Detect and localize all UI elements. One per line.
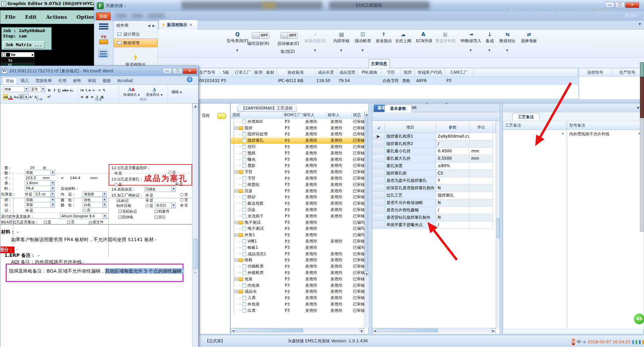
dropdown-caret-icon[interactable]: ▼ <box>362 49 364 52</box>
flow-row-终固化[interactable]: 终固化P3吴艳玲吴艳玲已审核 <box>231 182 364 188</box>
param-column-1[interactable]: 项目 <box>385 122 436 133</box>
ul-no-radio[interactable]: 否 <box>180 198 188 203</box>
font-size-combo[interactable]: 五号▼ <box>30 86 45 92</box>
flow-row-包装[interactable]: −包装P3吴艳玲吴艳玲已审核 <box>231 276 364 282</box>
paragraph-buttons-row1[interactable]: ⁝≡⒈≡⇤⇥¶ <box>79 86 106 93</box>
close-button[interactable]: ✕ <box>625 2 639 8</box>
flow-row-曝光[interactable]: 曝光P3吴艳玲吴艳玲已审核 <box>231 156 364 163</box>
scroll-thumb[interactable] <box>378 329 438 332</box>
ribbon-select-motherboard-button[interactable]: ⇄选择母板 <box>520 31 538 44</box>
scroll-up-icon[interactable]: ▲ <box>365 112 369 116</box>
surface-finish-combo[interactable]: 沉镍金▼ <box>144 186 176 192</box>
row-selector[interactable] <box>372 185 385 192</box>
row-selector[interactable] <box>372 148 385 155</box>
param-value[interactable]: 2a9y60dma0.cvia <box>436 133 470 140</box>
flow-row-成品仓[interactable]: −成品仓P3吴艳玲吴艳玲已审核 <box>231 289 364 295</box>
param-value[interactable]: N <box>436 199 470 207</box>
process-note-body[interactable] <box>503 130 567 329</box>
ribbon-reselect-cut-drawing-button[interactable]: ▦重选开料图 <box>435 31 455 44</box>
flow-tab-title[interactable]: 【2A9Y60DMA0】工艺流程 <box>237 105 297 112</box>
floating-badge[interactable]: 65 <box>634 314 644 324</box>
param-row-塞孔深度[interactable]: 塞孔深度≥80% <box>372 162 496 170</box>
word-tab-插入[interactable]: 插入 <box>18 77 32 84</box>
dropdown-caret-icon[interactable]: ▼ <box>314 49 316 52</box>
flow-row-阻焊塞孔[interactable]: 阻焊塞孔P3吴艳玲吴艳玲已审核 <box>231 137 364 144</box>
param-row-是否允许假性露铜[interactable]: 是否允许假性露铜/ <box>372 207 496 214</box>
ribbon-doc-upload-button[interactable]: ☁文控上网 <box>394 31 412 44</box>
scroll-left-icon[interactable]: ◀ <box>231 328 235 333</box>
flow-row-字符[interactable]: 字符P3吴艳玲吴艳玲已审核 <box>231 175 364 182</box>
flow-column-4[interactable]: 核审人 <box>326 112 352 119</box>
q12-yes-radio[interactable]: 是 <box>114 171 122 176</box>
comment-bubble-icon[interactable] <box>217 113 226 119</box>
sogou-ime-icon[interactable]: S <box>572 339 575 345</box>
flow-row-字符[interactable]: −字符P3吴艳玲吴艳玲已审核 <box>231 169 364 175</box>
scroll-right-icon[interactable]: ▶ <box>360 328 364 333</box>
ul-yes-radio[interactable]: 是 <box>146 198 153 203</box>
word-document[interactable]: 量： 10 块 数： 双面▼ 寸： 203.5 mm × 144.4 mm 厚：… <box>0 103 192 347</box>
job-matrix-button[interactable]: Job Matrix ... <box>3 41 45 49</box>
inner-combo[interactable]: 请选择▼ <box>83 191 107 197</box>
ribbon-internal-audit-button[interactable]: ▤内部审核 <box>332 31 351 44</box>
param-row-阻焊塞孔程序1[interactable]: ▶阻焊塞孔程序12a9y60dma0.cvia <box>372 133 496 140</box>
sidebar-item-data-manage[interactable]: 数据管理 <box>114 39 158 47</box>
ribbon-integrate-button[interactable]: ↓集成 <box>485 31 494 44</box>
flow-row-入库[interactable]: 入库P3吴艳玲吴艳玲已审核 <box>231 295 364 301</box>
flow-row-铣板1[interactable]: 铣板1P3吴艳玲已编写 <box>231 245 364 251</box>
q15-yes-radio[interactable]: 是 <box>146 193 153 198</box>
param-row-阻焊塞孔程序2[interactable]: 阻焊塞孔程序2/ <box>372 140 496 148</box>
column-header-4[interactable]: 板厚 <box>253 68 264 77</box>
param-value[interactable]: 0.4500 <box>436 148 470 155</box>
menu-edit[interactable]: Edit <box>25 14 37 20</box>
column-header-2[interactable]: S板 <box>220 68 232 77</box>
collapse-icon[interactable]: − <box>234 127 237 130</box>
collapse-icon[interactable]: − <box>234 221 237 224</box>
q15-no-radio[interactable]: 否 <box>180 192 188 197</box>
hamburger-icon[interactable] <box>99 23 108 30</box>
scroll-grip[interactable]: ≡ <box>193 271 198 274</box>
minimize-button[interactable]: — <box>163 68 172 74</box>
scroll-left-icon[interactable]: ◀ <box>372 328 377 333</box>
change-styles-button[interactable]: A̲ 更改样式 ▼ <box>144 86 165 97</box>
params-side-scrollbar[interactable] <box>496 121 500 329</box>
tray-icon-keyboard[interactable] <box>639 340 641 344</box>
flow-row-外观检查[interactable]: 外观检查P3吴艳玲吴艳玲已审核 <box>231 270 364 276</box>
flow-row-V槽1[interactable]: V槽1P3吴艳玲吴艳玲已审核 <box>231 238 364 245</box>
ribbon-model-query-button[interactable]: Q型号查询(F) <box>227 31 248 44</box>
flow-column-1[interactable]: 流程 <box>231 112 283 119</box>
q13-no-radio[interactable]: 否 <box>175 182 183 187</box>
word-tab-开始[interactable]: 开始 <box>2 77 17 84</box>
column-header-10[interactable]: 字符 <box>381 68 401 77</box>
copper-combo[interactable]: 1/1 oz▼ <box>34 191 55 197</box>
param-row-是否背钻孔阻焊塞孔制作[interactable]: 是否背钻孔阻焊塞孔制作N <box>372 214 496 221</box>
notes-collapse-bar[interactable]: ▼ <box>503 103 643 112</box>
chevron-down-icon[interactable]: ▼ <box>24 87 28 92</box>
params-horizontal-scrollbar[interactable]: ◀ ▶ <box>372 328 496 333</box>
row-selector[interactable] <box>372 221 385 229</box>
row-selector[interactable] <box>372 214 385 221</box>
collapse-icon[interactable]: − <box>234 233 237 236</box>
model-note-body[interactable]: 内外层线路不允许补线 <box>567 130 644 329</box>
tab-process-notes[interactable]: 工艺备注 <box>512 113 540 121</box>
ime-tools-icon[interactable]: ᠅ <box>583 340 586 344</box>
scroll-right-icon[interactable]: ▶ <box>491 328 496 333</box>
process-note-header[interactable]: 工艺备注 <box>503 121 567 130</box>
scroll-thumb[interactable] <box>365 117 368 271</box>
column-header-7[interactable]: 成品长度 <box>315 68 337 77</box>
editing-button[interactable]: 编辑 ▼ <box>171 89 182 94</box>
column-header-13[interactable]: CAM工厂 <box>445 68 473 77</box>
start-modify-toggle[interactable]: OFF <box>280 32 298 39</box>
splitter-grip[interactable]: ▲ ········ ▲ <box>426 101 448 105</box>
param-row-单面开窗不捞曝光点[interactable]: 单面开窗不捞曝光点/ <box>372 221 496 229</box>
silk-color-combo[interactable]: 白色▼ <box>83 202 107 208</box>
ime-mode-icon[interactable]: 中 <box>577 339 581 345</box>
param-value[interactable]: CS <box>436 170 470 177</box>
tab-new-flow-instruction[interactable]: 新流程指示 × <box>159 20 198 29</box>
panel-nav-arrows[interactable]: ◀ ▶ <box>148 24 155 27</box>
cancel-button[interactable]: 取消(Z) <box>281 49 295 55</box>
bga-file-checkbox[interactable]: ✓按文件 <box>89 220 104 225</box>
param-column-3[interactable]: 单位 <box>470 122 493 133</box>
scroll-thumb[interactable] <box>496 218 499 238</box>
flow-vertical-scrollbar[interactable]: ▲ ▼ <box>364 112 369 328</box>
param-value[interactable]: / <box>436 140 470 148</box>
